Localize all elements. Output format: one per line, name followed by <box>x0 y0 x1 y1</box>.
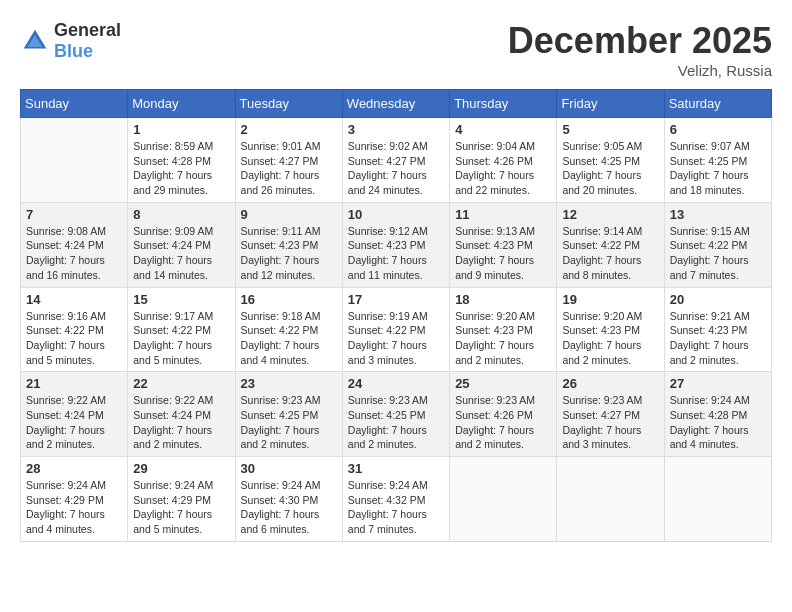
day-header-saturday: Saturday <box>664 90 771 118</box>
calendar-cell: 17Sunrise: 9:19 AMSunset: 4:22 PMDayligh… <box>342 287 449 372</box>
day-number: 29 <box>133 461 229 476</box>
logo-text-general: General <box>54 20 121 40</box>
day-number: 11 <box>455 207 551 222</box>
logo: General Blue <box>20 20 121 62</box>
day-number: 3 <box>348 122 444 137</box>
calendar-cell: 15Sunrise: 9:17 AMSunset: 4:22 PMDayligh… <box>128 287 235 372</box>
day-info: Sunrise: 9:21 AMSunset: 4:23 PMDaylight:… <box>670 309 766 368</box>
calendar-cell: 24Sunrise: 9:23 AMSunset: 4:25 PMDayligh… <box>342 372 449 457</box>
calendar-cell: 20Sunrise: 9:21 AMSunset: 4:23 PMDayligh… <box>664 287 771 372</box>
day-info: Sunrise: 9:18 AMSunset: 4:22 PMDaylight:… <box>241 309 337 368</box>
day-info: Sunrise: 9:24 AMSunset: 4:32 PMDaylight:… <box>348 478 444 537</box>
day-info: Sunrise: 9:24 AMSunset: 4:29 PMDaylight:… <box>26 478 122 537</box>
logo-icon <box>20 26 50 56</box>
calendar-cell <box>21 118 128 203</box>
day-number: 15 <box>133 292 229 307</box>
calendar-cell: 8Sunrise: 9:09 AMSunset: 4:24 PMDaylight… <box>128 202 235 287</box>
day-number: 21 <box>26 376 122 391</box>
day-number: 24 <box>348 376 444 391</box>
calendar-cell: 26Sunrise: 9:23 AMSunset: 4:27 PMDayligh… <box>557 372 664 457</box>
day-number: 4 <box>455 122 551 137</box>
day-number: 22 <box>133 376 229 391</box>
calendar-cell: 18Sunrise: 9:20 AMSunset: 4:23 PMDayligh… <box>450 287 557 372</box>
calendar-cell: 10Sunrise: 9:12 AMSunset: 4:23 PMDayligh… <box>342 202 449 287</box>
calendar-cell <box>664 457 771 542</box>
day-number: 27 <box>670 376 766 391</box>
calendar-week-row: 21Sunrise: 9:22 AMSunset: 4:24 PMDayligh… <box>21 372 772 457</box>
calendar-cell: 1Sunrise: 8:59 AMSunset: 4:28 PMDaylight… <box>128 118 235 203</box>
day-number: 12 <box>562 207 658 222</box>
calendar-cell: 5Sunrise: 9:05 AMSunset: 4:25 PMDaylight… <box>557 118 664 203</box>
title-block: December 2025 Velizh, Russia <box>508 20 772 79</box>
day-header-sunday: Sunday <box>21 90 128 118</box>
day-number: 19 <box>562 292 658 307</box>
calendar-cell: 3Sunrise: 9:02 AMSunset: 4:27 PMDaylight… <box>342 118 449 203</box>
day-info: Sunrise: 9:23 AMSunset: 4:25 PMDaylight:… <box>241 393 337 452</box>
calendar-cell: 23Sunrise: 9:23 AMSunset: 4:25 PMDayligh… <box>235 372 342 457</box>
day-info: Sunrise: 9:20 AMSunset: 4:23 PMDaylight:… <box>562 309 658 368</box>
day-info: Sunrise: 9:15 AMSunset: 4:22 PMDaylight:… <box>670 224 766 283</box>
calendar-cell: 9Sunrise: 9:11 AMSunset: 4:23 PMDaylight… <box>235 202 342 287</box>
calendar-cell: 27Sunrise: 9:24 AMSunset: 4:28 PMDayligh… <box>664 372 771 457</box>
calendar-week-row: 14Sunrise: 9:16 AMSunset: 4:22 PMDayligh… <box>21 287 772 372</box>
calendar-cell: 11Sunrise: 9:13 AMSunset: 4:23 PMDayligh… <box>450 202 557 287</box>
day-info: Sunrise: 8:59 AMSunset: 4:28 PMDaylight:… <box>133 139 229 198</box>
day-number: 20 <box>670 292 766 307</box>
calendar-cell: 13Sunrise: 9:15 AMSunset: 4:22 PMDayligh… <box>664 202 771 287</box>
day-info: Sunrise: 9:08 AMSunset: 4:24 PMDaylight:… <box>26 224 122 283</box>
day-header-tuesday: Tuesday <box>235 90 342 118</box>
calendar-week-row: 28Sunrise: 9:24 AMSunset: 4:29 PMDayligh… <box>21 457 772 542</box>
calendar-cell: 25Sunrise: 9:23 AMSunset: 4:26 PMDayligh… <box>450 372 557 457</box>
day-number: 1 <box>133 122 229 137</box>
day-number: 9 <box>241 207 337 222</box>
day-number: 14 <box>26 292 122 307</box>
day-info: Sunrise: 9:09 AMSunset: 4:24 PMDaylight:… <box>133 224 229 283</box>
day-number: 31 <box>348 461 444 476</box>
calendar-cell: 7Sunrise: 9:08 AMSunset: 4:24 PMDaylight… <box>21 202 128 287</box>
day-header-friday: Friday <box>557 90 664 118</box>
day-info: Sunrise: 9:23 AMSunset: 4:26 PMDaylight:… <box>455 393 551 452</box>
day-info: Sunrise: 9:22 AMSunset: 4:24 PMDaylight:… <box>133 393 229 452</box>
day-info: Sunrise: 9:19 AMSunset: 4:22 PMDaylight:… <box>348 309 444 368</box>
calendar-cell: 16Sunrise: 9:18 AMSunset: 4:22 PMDayligh… <box>235 287 342 372</box>
day-number: 6 <box>670 122 766 137</box>
calendar-cell: 31Sunrise: 9:24 AMSunset: 4:32 PMDayligh… <box>342 457 449 542</box>
day-info: Sunrise: 9:24 AMSunset: 4:29 PMDaylight:… <box>133 478 229 537</box>
calendar-cell <box>557 457 664 542</box>
calendar-cell <box>450 457 557 542</box>
calendar-cell: 30Sunrise: 9:24 AMSunset: 4:30 PMDayligh… <box>235 457 342 542</box>
day-info: Sunrise: 9:04 AMSunset: 4:26 PMDaylight:… <box>455 139 551 198</box>
day-header-wednesday: Wednesday <box>342 90 449 118</box>
day-number: 5 <box>562 122 658 137</box>
day-number: 17 <box>348 292 444 307</box>
day-info: Sunrise: 9:20 AMSunset: 4:23 PMDaylight:… <box>455 309 551 368</box>
day-info: Sunrise: 9:07 AMSunset: 4:25 PMDaylight:… <box>670 139 766 198</box>
calendar-cell: 4Sunrise: 9:04 AMSunset: 4:26 PMDaylight… <box>450 118 557 203</box>
day-number: 18 <box>455 292 551 307</box>
day-info: Sunrise: 9:23 AMSunset: 4:25 PMDaylight:… <box>348 393 444 452</box>
day-info: Sunrise: 9:05 AMSunset: 4:25 PMDaylight:… <box>562 139 658 198</box>
day-number: 30 <box>241 461 337 476</box>
day-number: 8 <box>133 207 229 222</box>
day-info: Sunrise: 9:12 AMSunset: 4:23 PMDaylight:… <box>348 224 444 283</box>
day-info: Sunrise: 9:11 AMSunset: 4:23 PMDaylight:… <box>241 224 337 283</box>
day-number: 7 <box>26 207 122 222</box>
location: Velizh, Russia <box>508 62 772 79</box>
day-info: Sunrise: 9:13 AMSunset: 4:23 PMDaylight:… <box>455 224 551 283</box>
calendar-cell: 14Sunrise: 9:16 AMSunset: 4:22 PMDayligh… <box>21 287 128 372</box>
calendar-table: SundayMondayTuesdayWednesdayThursdayFrid… <box>20 89 772 542</box>
day-number: 28 <box>26 461 122 476</box>
calendar-cell: 28Sunrise: 9:24 AMSunset: 4:29 PMDayligh… <box>21 457 128 542</box>
calendar-cell: 22Sunrise: 9:22 AMSunset: 4:24 PMDayligh… <box>128 372 235 457</box>
day-info: Sunrise: 9:14 AMSunset: 4:22 PMDaylight:… <box>562 224 658 283</box>
day-info: Sunrise: 9:01 AMSunset: 4:27 PMDaylight:… <box>241 139 337 198</box>
day-info: Sunrise: 9:22 AMSunset: 4:24 PMDaylight:… <box>26 393 122 452</box>
calendar-cell: 2Sunrise: 9:01 AMSunset: 4:27 PMDaylight… <box>235 118 342 203</box>
day-info: Sunrise: 9:02 AMSunset: 4:27 PMDaylight:… <box>348 139 444 198</box>
month-title: December 2025 <box>508 20 772 62</box>
day-header-monday: Monday <box>128 90 235 118</box>
day-info: Sunrise: 9:17 AMSunset: 4:22 PMDaylight:… <box>133 309 229 368</box>
calendar-cell: 6Sunrise: 9:07 AMSunset: 4:25 PMDaylight… <box>664 118 771 203</box>
calendar-header-row: SundayMondayTuesdayWednesdayThursdayFrid… <box>21 90 772 118</box>
calendar-cell: 29Sunrise: 9:24 AMSunset: 4:29 PMDayligh… <box>128 457 235 542</box>
